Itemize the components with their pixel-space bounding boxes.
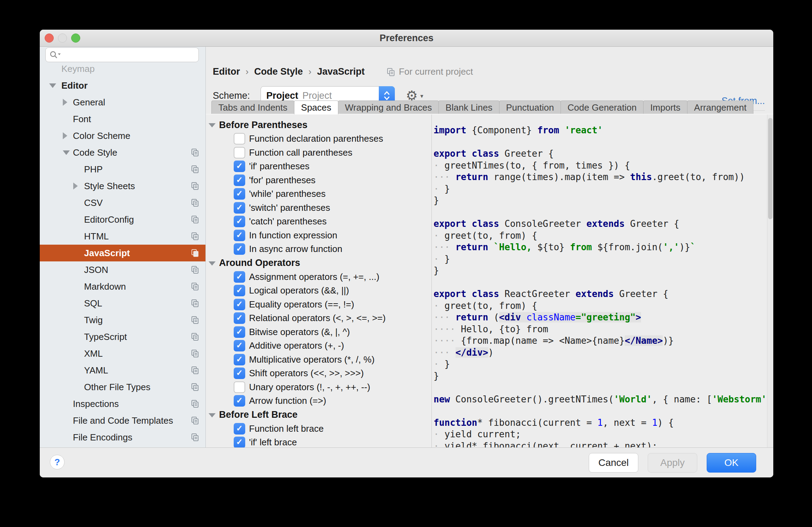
option-row-unary-operators[interactable]: Unary operators (!, -, +, ++, --) <box>206 380 431 394</box>
checkbox-equality-operators[interactable]: ✓ <box>234 299 245 310</box>
copy-scheme-icon <box>190 165 200 174</box>
code-scrollbar-thumb[interactable] <box>768 118 773 219</box>
sidebar-item-typescript[interactable]: TypeScript <box>40 328 205 345</box>
option-row-equality-operators[interactable]: ✓Equality operators (==, !=) <box>206 298 431 312</box>
sidebar-item-code-style[interactable]: Code Style <box>40 144 205 161</box>
expand-arrow-icon[interactable] <box>63 99 67 106</box>
checkbox-logical-operators[interactable]: ✓ <box>234 285 245 296</box>
section-header-before-left-brace[interactable]: Before Left Brace <box>206 408 431 422</box>
scheme-value: Project <box>266 90 299 101</box>
breadcrumb-editor[interactable]: Editor <box>213 66 240 77</box>
tab-blank-lines[interactable]: Blank Lines <box>438 101 499 114</box>
option-row-multiplicative-operators[interactable]: ✓Multiplicative operators (*, /, %) <box>206 353 431 367</box>
apply-button[interactable]: Apply <box>648 453 697 473</box>
ok-button[interactable]: OK <box>707 453 756 473</box>
sidebar-item-file-and-code-templates[interactable]: File and Code Templates <box>40 412 205 429</box>
sidebar-item-general[interactable]: General <box>40 94 205 111</box>
checkbox-function-left-brace[interactable]: ✓ <box>234 423 245 435</box>
copy-scheme-icon <box>190 148 200 157</box>
sidebar-item-xml[interactable]: XML <box>40 345 205 362</box>
checkbox-in-function-expression[interactable]: ✓ <box>234 230 245 241</box>
cancel-button[interactable]: Cancel <box>589 453 638 473</box>
section-header-before-parentheses[interactable]: Before Parentheses <box>206 118 431 132</box>
option-row-function-declaration-parentheses[interactable]: Function declaration parentheses <box>206 132 431 146</box>
tab-punctuation[interactable]: Punctuation <box>499 101 561 114</box>
code-scrollbar[interactable] <box>767 114 773 447</box>
checkbox-in-async-arrow-function[interactable]: ✓ <box>234 243 245 255</box>
sidebar-item-html[interactable]: HTML <box>40 228 205 245</box>
option-row-arrow-function[interactable]: ✓Arrow function (=>) <box>206 394 431 408</box>
option-row-for-parentheses[interactable]: ✓'for' parentheses <box>206 173 431 187</box>
option-row-in-async-arrow-function[interactable]: ✓In async arrow function <box>206 242 431 256</box>
checkbox-bitwise-operators[interactable]: ✓ <box>234 326 245 338</box>
sidebar-item-twig[interactable]: Twig <box>40 312 205 328</box>
sidebar-item-csv[interactable]: CSV <box>40 194 205 211</box>
checkbox-catch-parentheses[interactable]: ✓ <box>234 216 245 227</box>
collapse-arrow-icon[interactable] <box>49 83 56 88</box>
checkbox-if-parentheses[interactable]: ✓ <box>234 161 245 172</box>
checkbox-shift-operators[interactable]: ✓ <box>234 368 245 379</box>
sidebar-item-markdown[interactable]: Markdown <box>40 278 205 295</box>
tab-spaces[interactable]: Spaces <box>294 101 338 114</box>
checkbox-function-declaration-parentheses[interactable] <box>234 133 245 144</box>
checkbox-multiplicative-operators[interactable]: ✓ <box>234 354 245 365</box>
code-line: · } <box>434 358 773 370</box>
checkbox-while-parentheses[interactable]: ✓ <box>234 188 245 200</box>
checkbox-if-left-brace[interactable]: ✓ <box>234 437 245 447</box>
section-collapse-icon[interactable] <box>209 413 216 417</box>
option-row-function-call-parentheses[interactable]: Function call parentheses <box>206 146 431 160</box>
tab-imports[interactable]: Imports <box>643 101 687 114</box>
sidebar-item-editor[interactable]: Editor <box>40 77 205 94</box>
sidebar-item-json[interactable]: JSON <box>40 261 205 278</box>
option-row-if-parentheses[interactable]: ✓'if' parentheses <box>206 159 431 173</box>
option-row-catch-parentheses[interactable]: ✓'catch' parentheses <box>206 215 431 229</box>
tab-arrangement[interactable]: Arrangement <box>687 101 753 114</box>
option-row-additive-operators[interactable]: ✓Additive operators (+, -) <box>206 339 431 353</box>
sidebar-item-style-sheets[interactable]: Style Sheets <box>40 178 205 194</box>
option-row-bitwise-operators[interactable]: ✓Bitwise operators (&, |, ^) <box>206 325 431 339</box>
sidebar-item-php[interactable]: PHP <box>40 161 205 178</box>
option-row-assignment-operators[interactable]: ✓Assignment operators (=, +=, ...) <box>206 270 431 284</box>
sidebar-item-inspections[interactable]: Inspections <box>40 395 205 412</box>
tab-tabs-and-indents[interactable]: Tabs and Indents <box>211 101 294 114</box>
checkbox-unary-operators[interactable] <box>234 381 245 393</box>
tab-wrapping-and-braces[interactable]: Wrapping and Braces <box>338 101 439 114</box>
checkbox-arrow-function[interactable]: ✓ <box>234 395 245 407</box>
expand-arrow-icon[interactable] <box>63 132 67 139</box>
zoom-button[interactable] <box>71 34 80 43</box>
settings-search-field[interactable] <box>45 47 199 62</box>
sidebar-item-yaml[interactable]: YAML <box>40 362 205 379</box>
checkbox-relational-operators[interactable]: ✓ <box>234 312 245 324</box>
option-row-logical-operators[interactable]: ✓Logical operators (&&, ||) <box>206 284 431 298</box>
expand-arrow-icon[interactable] <box>73 183 78 190</box>
collapse-arrow-icon[interactable] <box>63 150 70 155</box>
help-button[interactable]: ? <box>50 455 65 469</box>
section-collapse-icon[interactable] <box>209 123 216 127</box>
sidebar-item-keymap[interactable]: Keymap <box>40 60 205 77</box>
close-button[interactable] <box>45 34 54 43</box>
checkbox-function-call-parentheses[interactable] <box>234 147 245 158</box>
option-row-switch-parentheses[interactable]: ✓'switch' parentheses <box>206 201 431 215</box>
sidebar-item-editorconfig[interactable]: EditorConfig <box>40 211 205 228</box>
sidebar-item-javascript[interactable]: JavaScript <box>40 245 205 261</box>
checkbox-for-parentheses[interactable]: ✓ <box>234 175 245 186</box>
sidebar-item-font[interactable]: Font <box>40 111 205 127</box>
sidebar-item-color-scheme[interactable]: Color Scheme <box>40 127 205 144</box>
breadcrumb-code-style[interactable]: Code Style <box>254 66 303 77</box>
sidebar-item-file-encodings[interactable]: File Encodings <box>40 429 205 446</box>
tab-code-generation[interactable]: Code Generation <box>561 101 644 114</box>
checkbox-switch-parentheses[interactable]: ✓ <box>234 202 245 214</box>
option-row-while-parentheses[interactable]: ✓'while' parentheses <box>206 187 431 201</box>
section-collapse-icon[interactable] <box>209 261 216 266</box>
option-row-in-function-expression[interactable]: ✓In function expression <box>206 229 431 243</box>
checkbox-assignment-operators[interactable]: ✓ <box>234 271 245 283</box>
sidebar-item-sql[interactable]: SQL <box>40 295 205 312</box>
minimize-button[interactable] <box>58 34 67 43</box>
checkbox-additive-operators[interactable]: ✓ <box>234 340 245 351</box>
section-header-around-operators[interactable]: Around Operators <box>206 256 431 270</box>
sidebar-item-other-file-types[interactable]: Other File Types <box>40 379 205 395</box>
option-row-shift-operators[interactable]: ✓Shift operators (<<, >>, >>>) <box>206 366 431 380</box>
option-row-if-left-brace[interactable]: ✓'if' left brace <box>206 436 431 447</box>
option-row-relational-operators[interactable]: ✓Relational operators (<, >, <=, >=) <box>206 311 431 325</box>
option-row-function-left-brace[interactable]: ✓Function left brace <box>206 422 431 436</box>
